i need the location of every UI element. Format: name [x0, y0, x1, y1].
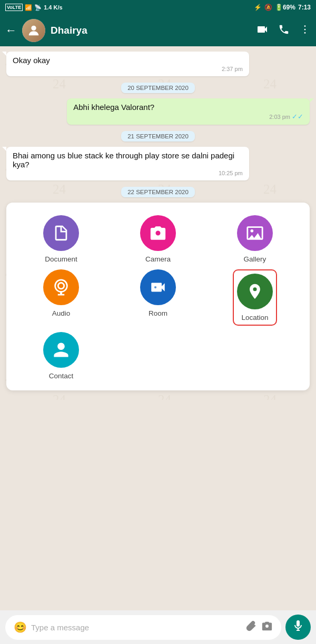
camera-icon — [149, 224, 167, 242]
message-time: 2:03 pm ✓✓ — [73, 113, 303, 120]
more-options-icon[interactable] — [299, 24, 311, 38]
room-label: Room — [149, 309, 167, 317]
location-icon — [246, 283, 264, 300]
contact-label: Contact — [49, 372, 74, 380]
chat-header: ← Dhairya — [0, 15, 316, 46]
status-right: ⚡ 🔕 🔋69% 7:13 — [254, 4, 311, 11]
date-divider-sep21: 21 SEPTEMBER 2020 — [6, 131, 310, 140]
mic-icon — [292, 619, 304, 635]
wifi-icon: 📡 — [34, 4, 42, 11]
audio-label: Audio — [52, 309, 71, 317]
room-circle — [140, 269, 176, 305]
input-bar: 😊 Type a message — [0, 610, 316, 644]
gallery-label: Gallery — [244, 255, 266, 263]
message-input-container[interactable]: 😊 Type a message — [5, 615, 281, 640]
speed-label: 1.4 K/s — [44, 4, 62, 11]
header-actions — [256, 23, 311, 38]
back-button[interactable]: ← — [5, 24, 17, 37]
message-text: Bhai among us blue stack ke through play… — [13, 151, 234, 169]
contact-circle — [43, 332, 79, 368]
camera-label: Camera — [145, 255, 171, 263]
svg-point-1 — [304, 25, 306, 27]
svg-rect-6 — [154, 286, 157, 289]
phone-call-icon[interactable] — [278, 24, 290, 38]
mute-icon: 🔕 — [264, 4, 272, 11]
time-label: 7:13 — [298, 4, 311, 11]
camera-small-icon — [261, 620, 273, 632]
message-received-bluestack: Bhai among us blue stack ke through play… — [6, 147, 249, 180]
status-left: VoLTE 📶 📡 1.4 K/s — [5, 4, 63, 11]
signal-icon: 📶 — [25, 4, 32, 11]
document-circle — [43, 215, 79, 251]
attachment-grid: Document Camera Galle — [15, 215, 301, 380]
audio-circle — [43, 269, 79, 305]
document-label: Document — [45, 255, 77, 263]
attach-item-room[interactable]: Room — [140, 269, 176, 326]
battery-icon: 🔋69% — [275, 4, 295, 11]
date-label: 22 SEPTEMBER 2020 — [121, 187, 195, 197]
date-label: 20 SEPTEMBER 2020 — [121, 83, 195, 93]
location-circle — [237, 274, 273, 309]
message-received-okay: Okay okay 2:37 pm — [6, 52, 249, 76]
chat-area: Okay okay 2:37 pm 20 SEPTEMBER 2020 Abhi… — [0, 46, 316, 400]
avatar-image — [22, 19, 45, 42]
room-icon — [149, 278, 167, 296]
location-label: Location — [241, 314, 268, 321]
avatar-icon — [26, 23, 41, 38]
camera-input-icon[interactable] — [261, 620, 273, 635]
message-placeholder: Type a message — [31, 623, 241, 632]
message-text: Abhi khelega Valorant? — [73, 103, 154, 112]
paperclip-icon — [245, 620, 257, 632]
document-icon — [52, 224, 70, 242]
gallery-icon — [246, 224, 264, 242]
contact-name[interactable]: Dhairya — [51, 25, 251, 36]
message-text: Okay okay — [13, 56, 50, 65]
message-time: 10:25 pm — [13, 170, 243, 176]
attach-icon[interactable] — [245, 620, 257, 635]
mic-button[interactable] — [285, 615, 311, 640]
attachment-panel: Document Camera Galle — [6, 203, 310, 390]
svg-point-2 — [304, 28, 306, 30]
audio-icon — [52, 278, 70, 296]
status-bar: VoLTE 📶 📡 1.4 K/s ⚡ 🔕 🔋69% 7:13 — [0, 0, 316, 15]
svg-point-3 — [304, 32, 306, 34]
attach-item-contact[interactable]: Contact — [43, 332, 79, 380]
date-divider-sep20: 20 SEPTEMBER 2020 — [6, 83, 310, 92]
camera-circle — [140, 215, 176, 251]
emoji-icon[interactable]: 😊 — [14, 621, 27, 633]
microphone-icon — [292, 619, 304, 632]
attach-item-location[interactable]: Location — [233, 269, 277, 326]
svg-point-4 — [251, 229, 254, 233]
attach-item-audio[interactable]: Audio — [43, 269, 79, 326]
date-label: 21 SEPTEMBER 2020 — [121, 131, 195, 142]
gallery-circle — [237, 215, 273, 251]
svg-point-0 — [31, 26, 36, 31]
attach-item-gallery[interactable]: Gallery — [237, 215, 273, 263]
bluetooth-icon: ⚡ — [254, 4, 262, 11]
read-ticks: ✓✓ — [292, 113, 303, 120]
contact-avatar[interactable] — [22, 19, 45, 42]
message-time: 2:37 pm — [13, 66, 243, 72]
video-call-icon[interactable] — [256, 23, 269, 38]
attach-item-document[interactable]: Document — [43, 215, 79, 263]
date-divider-sep22: 22 SEPTEMBER 2020 — [6, 187, 310, 196]
carrier-label: VoLTE — [5, 4, 23, 11]
message-sent-valorant: Abhi khelega Valorant? 2:03 pm ✓✓ — [67, 98, 310, 125]
attach-item-camera[interactable]: Camera — [140, 215, 176, 263]
contact-icon — [52, 341, 70, 359]
